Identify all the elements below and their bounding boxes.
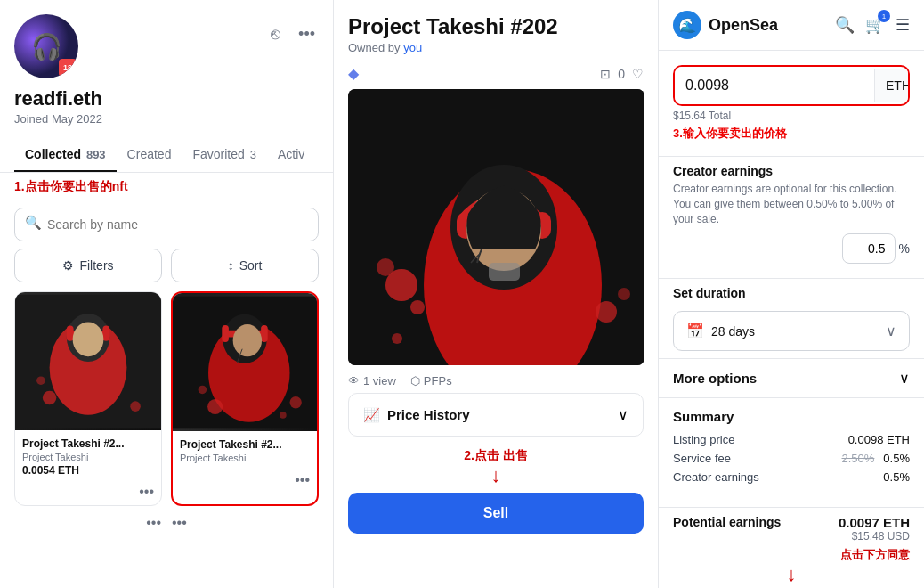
nft-title-row: Project Takeshi #202 Owned by you (334, 0, 658, 58)
tab-favorited[interactable]: Favorited 3 (182, 138, 266, 172)
nft-card-2-footer: ••• (173, 472, 317, 494)
nft-card-1[interactable]: Project Takeshi #2... Project Takeshi 0.… (14, 291, 162, 506)
tab-collected-label: Collected (25, 147, 81, 161)
svg-rect-15 (261, 325, 268, 342)
sort-icon: ↕ (228, 258, 234, 273)
svg-point-35 (392, 333, 402, 344)
nft-card-1-info: Project Takeshi #2... Project Takeshi 0.… (15, 430, 161, 484)
currency-label: ETH (886, 78, 910, 93)
filters-label: Filters (79, 258, 113, 273)
sell-button[interactable]: Sell (348, 493, 644, 534)
svg-point-9 (130, 401, 141, 412)
nft-card-2-collection: Project Takeshi (180, 453, 310, 463)
search-input[interactable] (14, 208, 319, 241)
tab-collected-count: 893 (86, 148, 106, 161)
owned-prefix: Owned by (348, 41, 401, 54)
view-count-text: 1 view (363, 374, 396, 388)
more-options-label: More options (673, 371, 757, 386)
bottom-more-btn-1[interactable]: ••• (146, 515, 161, 531)
annotation-4-label: 点击下方同意 (840, 548, 910, 561)
nft-card-2[interactable]: Project Takeshi #2... Project Takeshi ••… (171, 291, 319, 506)
svg-point-6 (73, 323, 104, 357)
eth-icon: ◆ (348, 65, 359, 82)
more-button[interactable]: ••• (295, 21, 319, 47)
hamburger-icon[interactable]: ☰ (896, 15, 910, 35)
search-row: 🔍 (0, 197, 333, 249)
avatar-row: 🎧 18 ⎋ ••• (14, 14, 319, 78)
sort-button[interactable]: ↕ Sort (171, 249, 319, 282)
potential-section: Potential earnings 0.0097 ETH $15.48 USD… (659, 515, 924, 588)
annotation-2-label: 2.点击 出售 (464, 448, 528, 462)
filter-sort-row: ⚙ Filters ↕ Sort (0, 249, 333, 291)
creator-earnings-desc: Creator earnings are optional for this c… (673, 182, 910, 226)
price-input-row: ETH ▾ (673, 65, 910, 106)
tab-created[interactable]: Created (117, 138, 182, 172)
potential-values: 0.0097 ETH $15.48 USD (839, 515, 910, 543)
tab-activity[interactable]: Activ (267, 138, 315, 172)
earnings-input-row: % (673, 233, 910, 264)
svg-point-20 (290, 396, 302, 408)
annotation-1-label: 1.点击你要出售的nft (14, 179, 128, 193)
service-fee-value: 0.5% (883, 452, 910, 465)
nft-card-1-footer: ••• (15, 484, 161, 505)
price-input[interactable] (675, 67, 874, 104)
view-count: 0 (618, 67, 625, 81)
more-options-row[interactable]: More options ∨ (659, 358, 924, 398)
nft-card-2-info: Project Takeshi #2... Project Takeshi (173, 431, 317, 472)
view-count-item: 👁 1 view (348, 374, 396, 388)
listing-price-value: 0.0098 ETH (848, 433, 910, 446)
svg-point-7 (43, 391, 56, 404)
price-history-title: 📈 Price History (363, 407, 470, 423)
nft-card-1-more[interactable]: ••• (139, 484, 154, 500)
opensea-logo-area: 🌊 OpenSea (673, 11, 778, 39)
duration-select[interactable]: 📅 28 days ∨ (673, 311, 910, 351)
service-fee-values: 2.50% 0.5% (841, 452, 910, 465)
owned-link[interactable]: you (403, 41, 422, 54)
expand-icon[interactable]: ⊡ (600, 67, 611, 81)
username: readfi.eth (14, 87, 319, 110)
share-button[interactable]: ⎋ (267, 21, 284, 47)
potential-eth: 0.0097 ETH (839, 515, 910, 530)
nft-card-2-name: Project Takeshi #2... (180, 438, 310, 451)
nft-card-1-price: 0.0054 ETH (22, 464, 154, 477)
opensea-brand-name: OpenSea (709, 16, 778, 35)
annotation-3-label: 3.输入你要卖出的价格 (673, 126, 910, 142)
nft-card-1-name: Project Takeshi #2... (22, 437, 154, 450)
listing-price-row: Listing price 0.0098 ETH (673, 433, 910, 446)
price-history-header[interactable]: 📈 Price History ∨ (349, 394, 643, 436)
listing-price-label: Listing price (673, 433, 734, 446)
potential-row: Potential earnings 0.0097 ETH $15.48 USD (673, 515, 910, 543)
price-history-label: Price History (387, 407, 470, 422)
summary-section: Summary Listing price 0.0098 ETH Service… (659, 398, 924, 500)
avatar-badge: 18 (59, 59, 77, 77)
header-search-icon[interactable]: 🔍 (835, 15, 855, 35)
currency-select[interactable]: ETH ▾ (874, 69, 910, 102)
opensea-logo: 🌊 (673, 11, 701, 39)
heart-icon[interactable]: ♡ (632, 67, 644, 81)
bottom-more-btn-2[interactable]: ••• (172, 515, 187, 531)
nft-card-2-more[interactable]: ••• (295, 472, 310, 488)
tabs-row: Collected 893 Created Favorited 3 Activ (0, 138, 333, 173)
tab-collected[interactable]: Collected 893 (14, 138, 117, 172)
duration-chevron-icon: ∨ (886, 323, 896, 339)
duration-value: 28 days (711, 324, 886, 339)
duration-section: Set duration 📅 28 days ∨ (659, 286, 924, 358)
nft-image-area: ◆ ⊡ 0 ♡ (348, 58, 644, 365)
filters-button[interactable]: ⚙ Filters (14, 249, 162, 282)
earnings-input[interactable] (842, 233, 896, 264)
cart-badge: 1 (878, 10, 890, 22)
search-icon: 🔍 (25, 215, 42, 231)
nft-stats-row: 👁 1 view ⬡ PFPs (334, 365, 658, 393)
annotation-2-arrow: ↓ (348, 464, 644, 487)
right-panel: 🌊 OpenSea 🔍 🛒 1 ☰ ETH ▾ $15.64 Total 3.输… (659, 0, 924, 588)
collection-tag-item: ⬡ PFPs (410, 374, 452, 388)
tab-favorited-count: 3 (250, 148, 256, 161)
collection-icon: ⬡ (410, 374, 420, 388)
summary-title: Summary (673, 409, 910, 424)
svg-point-31 (377, 258, 394, 276)
join-date: Joined May 2022 (14, 112, 319, 126)
avatar: 🎧 18 (14, 14, 78, 78)
potential-usd: $15.48 USD (839, 530, 910, 543)
tab-created-label: Created (127, 147, 172, 161)
cart-area[interactable]: 🛒 1 (865, 15, 885, 35)
